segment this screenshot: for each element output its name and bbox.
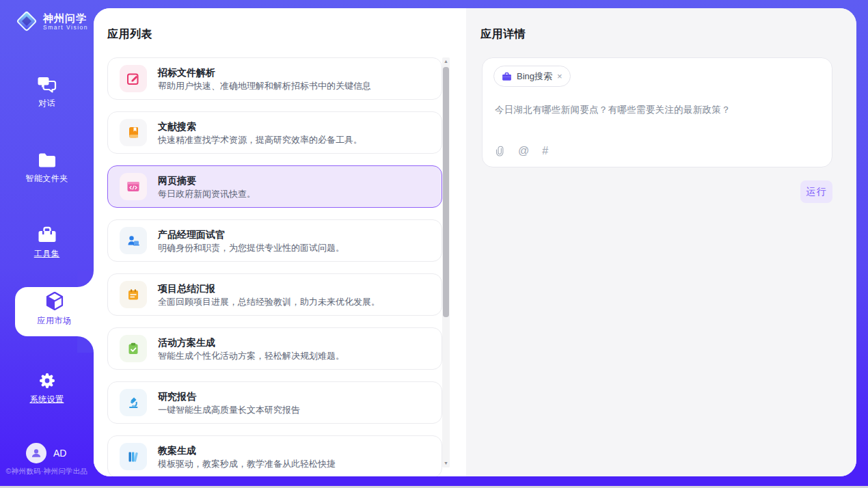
sidebar-item-label: 智能文件夹: [0, 173, 94, 185]
attachment-icon[interactable]: [495, 145, 505, 157]
brand-logo: 神州问学 Smart Vision: [15, 9, 88, 33]
app-card-webpage-summary-selected[interactable]: 网页摘要 每日政府新闻资讯快查。: [107, 165, 442, 208]
user-icon: [30, 447, 42, 459]
report-note-icon: [126, 288, 140, 301]
app-card-literature-search[interactable]: 文献搜索 快速精准查找学术资源，提高研究效率的必备工具。: [107, 111, 442, 154]
brand-subtitle: Smart Vision: [43, 24, 88, 31]
app-detail-panel: 应用详情 Bing搜索 × 今日湖北有哪些新闻要点？有哪些需要关注的最新政策？ …: [466, 8, 856, 476]
icon-tile: [120, 227, 147, 254]
main-content: 应用列表 招标文件解析 帮助用户快速、准确地理解和解析招标书中的关键信息: [94, 8, 856, 476]
composer-toolbar: @ #: [495, 145, 548, 157]
app-detail-title: 应用详情: [480, 27, 526, 42]
app-card-lesson-plan[interactable]: 教案生成 模板驱动，教案秒成，教学准备从此轻松快捷: [107, 435, 442, 476]
scrollbar-thumb[interactable]: [443, 67, 449, 317]
app-desc: 一键智能生成高质量长文本研究报告: [158, 405, 300, 416]
sidebar: 神州问学 Smart Vision 对话 智能文件夹 工具集 应: [0, 0, 94, 488]
icon-tile: [120, 389, 147, 416]
tool-chip-label: Bing搜索: [517, 70, 552, 83]
app-desc: 明确身份和职责，为您提供专业性的面试问题。: [158, 243, 344, 254]
app-card-bid-document-analysis[interactable]: 招标文件解析 帮助用户快速、准确地理解和解析招标书中的关键信息: [107, 57, 442, 100]
hash-icon[interactable]: #: [542, 146, 548, 157]
scroll-down-icon[interactable]: ▼: [442, 459, 450, 467]
app-title: 研究报告: [158, 390, 300, 403]
app-list-scrollbar[interactable]: ▲ ▼: [442, 57, 450, 467]
clipboard-check-icon: [126, 342, 140, 355]
icon-tile: [120, 281, 147, 308]
app-desc: 模板驱动，教案秒成，教学准备从此轻松快捷: [158, 459, 336, 470]
app-desc: 全面回顾项目进展，总结经验教训，助力未来优化发展。: [158, 297, 380, 308]
app-title: 产品经理面试官: [158, 228, 344, 241]
cube-icon: [42, 289, 67, 314]
app-card-pm-interviewer[interactable]: 产品经理面试官 明确身份和职责，为您提供专业性的面试问题。: [107, 219, 442, 262]
icon-tile: [120, 443, 147, 470]
app-card-list: 招标文件解析 帮助用户快速、准确地理解和解析招标书中的关键信息 文献搜索 快速精…: [107, 57, 442, 476]
app-desc: 智能生成个性化活动方案，轻松解决规划难题。: [158, 351, 344, 362]
tool-chip-bing-search[interactable]: Bing搜索 ×: [493, 66, 571, 87]
folder-icon: [37, 152, 57, 170]
sidebar-item-chat[interactable]: 对话: [0, 75, 94, 109]
app-card-event-plan[interactable]: 活动方案生成 智能生成个性化活动方案，轻松解决规划难题。: [107, 327, 442, 370]
book-icon: [126, 126, 140, 139]
icon-tile: [120, 65, 147, 92]
books-icon: [126, 450, 140, 463]
app-card-research-report[interactable]: 研究报告 一键智能生成高质量长文本研究报告: [107, 381, 442, 424]
sidebar-item-label: 应用市场: [15, 315, 94, 327]
chip-close-icon[interactable]: ×: [557, 72, 562, 81]
app-list-title: 应用列表: [107, 27, 152, 42]
scroll-up-icon[interactable]: ▲: [442, 57, 450, 66]
active-tab-curve-top: [77, 271, 94, 287]
app-title: 活动方案生成: [158, 336, 344, 349]
app-list-panel: 应用列表 招标文件解析 帮助用户快速、准确地理解和解析招标书中的关键信息: [94, 8, 466, 476]
chat-icon: [37, 75, 57, 94]
user-initials: AD: [53, 448, 66, 459]
app-title: 网页摘要: [158, 174, 256, 187]
microscope-icon: [126, 396, 140, 409]
sidebar-item-toolbox[interactable]: 工具集: [0, 226, 94, 260]
sidebar-item-label: 工具集: [0, 248, 94, 260]
toolbox-icon: [37, 226, 57, 245]
user-account[interactable]: AD: [26, 443, 66, 463]
icon-tile: [120, 119, 147, 146]
app-title: 教案生成: [158, 444, 336, 457]
mention-icon[interactable]: @: [518, 146, 529, 157]
icon-tile: [120, 173, 147, 200]
app-card-project-summary[interactable]: 项目总结汇报 全面回顾项目进展，总结经验教训，助力未来优化发展。: [107, 273, 442, 316]
app-desc: 快速精准查找学术资源，提高研究效率的必备工具。: [158, 135, 362, 146]
app-title: 招标文件解析: [158, 66, 371, 79]
app-title: 项目总结汇报: [158, 282, 380, 295]
sidebar-item-label: 对话: [0, 98, 94, 109]
interviewer-icon: [126, 234, 140, 247]
app-desc: 每日政府新闻资讯快查。: [158, 189, 256, 200]
briefcase-icon: [502, 72, 512, 81]
sidebar-item-smart-folder[interactable]: 智能文件夹: [0, 152, 94, 185]
icon-tile: [120, 335, 147, 362]
copyright-text: ©神州数码·神州问学出品: [0, 467, 94, 476]
prompt-text[interactable]: 今日湖北有哪些新闻要点？有哪些需要关注的最新政策？: [495, 104, 819, 116]
document-edit-icon: [126, 72, 140, 85]
app-title: 文献搜索: [158, 120, 362, 133]
brand-name: 神州问学: [43, 12, 88, 24]
sidebar-item-app-market-active[interactable]: 应用市场: [15, 287, 94, 336]
active-tab-curve-bottom: [77, 336, 94, 353]
browser-code-icon: [126, 180, 140, 193]
diamond-logo-icon: [15, 9, 38, 33]
sidebar-item-settings[interactable]: 系统设置: [0, 371, 94, 405]
run-button[interactable]: 运行: [800, 180, 832, 203]
gear-icon: [38, 371, 57, 390]
sidebar-item-label: 系统设置: [0, 394, 94, 405]
prompt-composer[interactable]: Bing搜索 × 今日湖北有哪些新闻要点？有哪些需要关注的最新政策？ @ #: [482, 57, 832, 167]
app-desc: 帮助用户快速、准确地理解和解析招标书中的关键信息: [158, 81, 371, 92]
avatar: [26, 443, 46, 463]
